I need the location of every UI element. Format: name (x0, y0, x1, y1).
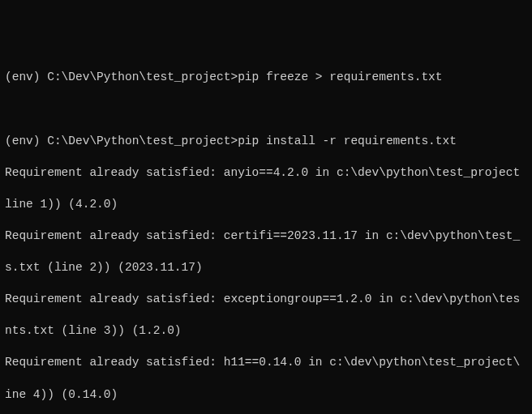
prompt-line-2: (env) C:\Dev\Python\test_project>pip ins… (5, 134, 532, 150)
prompt-prefix: (env) C:\Dev\Python\test_project> (5, 134, 238, 147)
command-text: pip freeze > requirements.txt (238, 70, 442, 83)
output-line: line 1)) (4.2.0) (5, 197, 532, 213)
blank-line (5, 101, 532, 117)
command-text: pip install -r requirements.txt (238, 134, 457, 147)
output-line: Requirement already satisfied: exception… (5, 292, 532, 308)
output-line: s.txt (line 2)) (2023.11.17) (5, 260, 532, 276)
output-line: nts.txt (line 3)) (1.2.0) (5, 323, 532, 339)
output-line: ine 4)) (0.14.0) (5, 387, 532, 403)
output-line: Requirement already satisfied: h11==0.14… (5, 355, 532, 371)
prompt-line-1: (env) C:\Dev\Python\test_project>pip fre… (5, 70, 532, 86)
output-line: Requirement already satisfied: anyio==4.… (5, 165, 532, 181)
prompt-prefix: (env) C:\Dev\Python\test_project> (5, 70, 238, 83)
output-line: Requirement already satisfied: certifi==… (5, 228, 532, 245)
